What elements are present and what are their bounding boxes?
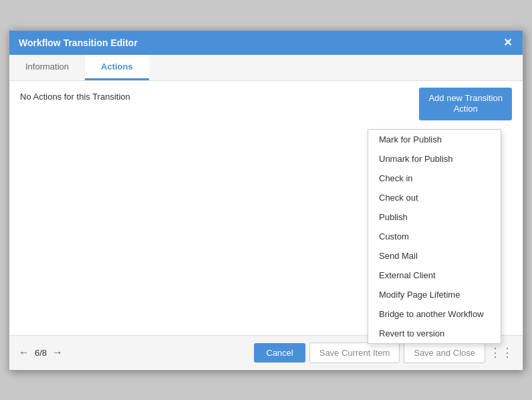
nav-page-info: 6/8 [35,348,47,358]
no-actions-label: No Actions for this Transition [20,92,130,102]
footer-nav: ← 6/8 → [19,346,63,359]
add-transition-action-button[interactable]: Add new TransitionAction [419,88,512,121]
dropdown-item-custom[interactable]: Custom [368,227,501,246]
cancel-button[interactable]: Cancel [254,343,305,363]
nav-next-button[interactable]: → [52,346,63,359]
footer-buttons: Cancel Save Current Item Save and Close … [254,342,513,363]
dialog-title: Workflow Transition Editor [19,37,138,48]
dropdown-item-unmark-for-publish[interactable]: Unmark for Publish [368,149,501,169]
dropdown-item-bridge-to-another-workflow[interactable]: Bridge to another Workflow [368,304,501,324]
close-button[interactable]: ✕ [502,37,513,48]
tab-information[interactable]: Information [9,55,85,80]
dropdown-item-send-mail[interactable]: Send Mail [368,246,501,266]
dropdown-item-revert-to-version[interactable]: Revert to version [368,324,501,343]
tabs-bar: Information Actions [9,55,523,81]
dropdown-item-external-client[interactable]: External Client [368,266,501,285]
workflow-transition-editor-dialog: Workflow Transition Editor ✕ Information… [9,30,523,371]
dropdown-item-mark-for-publish[interactable]: Mark for Publish [368,130,501,149]
dropdown-item-check-in[interactable]: Check in [368,169,501,188]
dialog-header: Workflow Transition Editor ✕ [9,31,523,55]
dropdown-item-publish[interactable]: Publish [368,207,501,227]
save-current-button[interactable]: Save Current Item [309,342,400,363]
dialog-body: No Actions for this Transition Add new T… [9,81,523,335]
nav-prev-button[interactable]: ← [19,346,29,359]
grid-icon[interactable]: ⋮⋮ [489,345,513,360]
tab-actions[interactable]: Actions [85,55,149,80]
transition-action-dropdown: Mark for Publish Unmark for Publish Chec… [368,129,501,344]
add-btn-wrapper: Add new TransitionAction Mark for Publis… [419,88,512,121]
save-close-button[interactable]: Save and Close [404,342,485,363]
dropdown-item-check-out[interactable]: Check out [368,188,501,207]
dropdown-item-modify-page-lifetime[interactable]: Modify Page Lifetime [368,285,501,304]
